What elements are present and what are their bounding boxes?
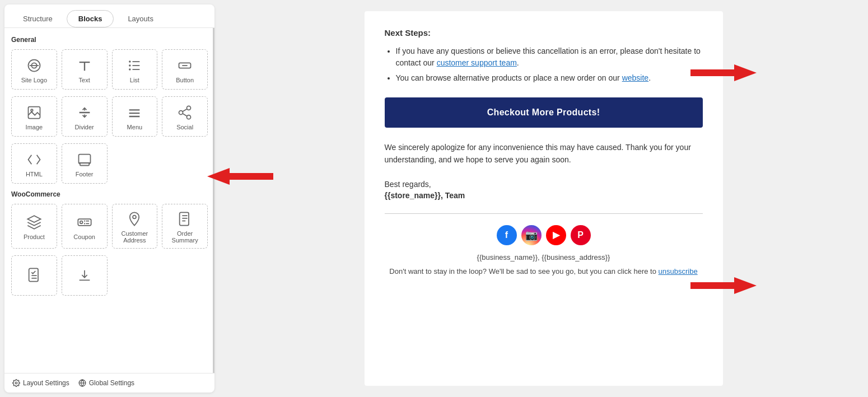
image-icon	[26, 105, 42, 120]
svg-rect-37	[29, 268, 38, 281]
regards-text: Best regards,	[385, 180, 703, 189]
block-site-logo[interactable]: Site Logo	[11, 49, 57, 90]
block-coupon[interactable]: Coupon	[62, 204, 108, 249]
unsubscribe-pre: Don't want to stay in the loop? We'll be…	[389, 267, 658, 275]
general-row-3: HTML Footer	[11, 143, 208, 184]
svg-point-28	[80, 221, 82, 224]
text-label: Text	[79, 77, 90, 83]
bullet-list: If you have any questions or believe thi…	[385, 45, 703, 84]
block-social[interactable]: Social	[162, 96, 208, 137]
order-icon	[177, 211, 193, 227]
social-row: f 📷 ▶ P	[385, 225, 703, 245]
globe-icon	[78, 379, 86, 387]
bullet1-link[interactable]: customer support team	[437, 58, 517, 67]
coupon-icon	[77, 214, 92, 230]
svg-marker-49	[734, 277, 757, 294]
divider-label: Divider	[75, 124, 94, 130]
red-arrow-top-right	[689, 62, 757, 86]
unsubscribe-text: Don't want to stay in the loop? We'll be…	[385, 266, 703, 277]
image-label: Image	[26, 124, 43, 130]
block-customer-address[interactable]: Customer Address	[112, 204, 158, 249]
svg-rect-50	[690, 282, 734, 289]
instagram-icon[interactable]: 📷	[521, 225, 542, 245]
svg-rect-33	[180, 212, 189, 225]
svg-point-14	[31, 109, 33, 111]
woo-row-1: Product Coupon Customer Address	[11, 204, 208, 249]
svg-point-42	[15, 382, 17, 384]
tab-structure[interactable]: Structure	[11, 10, 64, 27]
social-label: Social	[176, 124, 193, 130]
global-settings-btn[interactable]: Global Settings	[78, 379, 134, 387]
tab-layouts[interactable]: Layouts	[116, 10, 165, 27]
block-checklist[interactable]	[11, 255, 57, 296]
order-summary-label: Order Summary	[165, 230, 205, 244]
svg-rect-24	[78, 155, 90, 164]
customer-address-label: Customer Address	[115, 230, 155, 244]
menu-label: Menu	[127, 124, 143, 130]
svg-rect-48	[690, 69, 734, 76]
red-arrow-social	[689, 274, 757, 299]
html-icon	[26, 152, 42, 167]
svg-point-32	[133, 216, 136, 219]
svg-point-9	[129, 64, 131, 67]
svg-line-22	[183, 114, 187, 116]
woocommerce-label: WooCommerce	[11, 190, 208, 198]
block-footer[interactable]: Footer	[62, 143, 108, 184]
next-steps-title: Next Steps:	[385, 28, 703, 38]
panel-body: General Site Logo Text	[4, 28, 214, 373]
footer-icon	[77, 152, 92, 167]
text-icon	[77, 58, 92, 73]
svg-marker-45	[207, 168, 230, 185]
bullet2-link[interactable]: website	[622, 73, 648, 82]
pinterest-icon[interactable]: P	[571, 225, 591, 245]
bullet2-text: You can browse alternative products or p…	[396, 73, 622, 82]
svg-point-10	[129, 68, 131, 71]
cta-button[interactable]: Checkout More Products!	[385, 97, 703, 128]
general-label: General	[11, 36, 208, 44]
list-label: List	[130, 77, 139, 83]
product-label: Product	[24, 233, 45, 240]
svg-rect-46	[230, 173, 273, 180]
bullet2-end: .	[648, 73, 651, 82]
block-image[interactable]: Image	[11, 96, 57, 137]
panel-footer: Layout Settings Global Settings	[4, 373, 214, 393]
social-icon	[177, 105, 193, 120]
divider-icon	[77, 105, 92, 120]
block-divider[interactable]: Divider	[62, 96, 108, 137]
block-download[interactable]	[62, 255, 108, 296]
logo-icon	[26, 58, 42, 73]
email-preview: Next Steps: If you have any questions or…	[365, 11, 723, 386]
tab-blocks[interactable]: Blocks	[67, 10, 114, 27]
menu-icon	[127, 105, 142, 120]
block-html[interactable]: HTML	[11, 143, 57, 184]
store-name: {{store_name}}, Team	[385, 191, 703, 200]
youtube-icon[interactable]: ▶	[546, 225, 566, 245]
left-panel: Structure Blocks Layouts General Site Lo…	[4, 4, 214, 393]
svg-point-19	[187, 106, 191, 110]
global-settings-label: Global Settings	[89, 379, 134, 387]
block-button[interactable]: Button	[162, 49, 208, 90]
right-area: Next Steps: If you have any questions or…	[219, 0, 868, 397]
coupon-label: Coupon	[73, 233, 95, 240]
svg-marker-47	[734, 64, 757, 81]
layout-settings-btn[interactable]: Layout Settings	[12, 379, 69, 387]
facebook-icon[interactable]: f	[497, 225, 517, 245]
red-arrow-left	[207, 165, 274, 190]
button-label: Button	[176, 77, 194, 83]
block-text[interactable]: Text	[62, 49, 108, 90]
html-label: HTML	[26, 171, 43, 178]
list-icon	[127, 58, 142, 73]
email-divider	[385, 213, 703, 214]
apology-text: We sincerely apologize for any inconveni…	[385, 141, 703, 166]
block-menu[interactable]: Menu	[112, 96, 158, 137]
bullet1-end: .	[517, 58, 519, 67]
checklist-icon	[26, 267, 42, 283]
address-icon	[127, 211, 142, 227]
svg-line-23	[183, 109, 187, 112]
bullet-item-2: You can browse alternative products or p…	[396, 72, 703, 84]
block-order-summary[interactable]: Order Summary	[162, 204, 208, 249]
download-icon	[77, 267, 92, 283]
block-product[interactable]: Product	[11, 204, 57, 249]
svg-point-8	[129, 60, 131, 63]
block-list[interactable]: List	[112, 49, 158, 90]
